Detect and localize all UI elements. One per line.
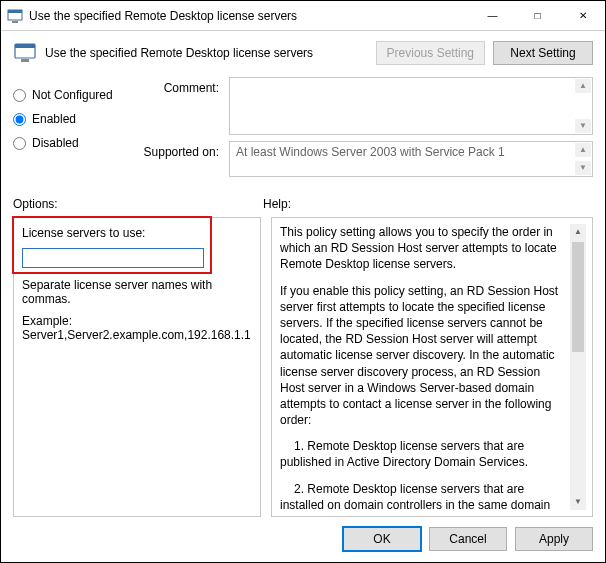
- ok-button[interactable]: OK: [343, 527, 421, 551]
- app-icon: [7, 8, 23, 24]
- radio-disabled-label: Disabled: [32, 136, 79, 150]
- license-servers-label: License servers to use:: [22, 226, 252, 240]
- help-p2: If you enable this policy setting, an RD…: [280, 283, 566, 429]
- license-servers-hint: Separate license server names with comma…: [22, 278, 252, 306]
- cancel-button[interactable]: Cancel: [429, 527, 507, 551]
- license-servers-example: Example: Server1,Server2.example.com,192…: [22, 314, 252, 342]
- window-title: Use the specified Remote Desktop license…: [29, 9, 470, 23]
- radio-disabled-input[interactable]: [13, 137, 26, 150]
- help-scrollbar[interactable]: ▲ ▼: [570, 224, 586, 510]
- help-p3: 1. Remote Desktop license servers that a…: [280, 438, 566, 470]
- help-header: Help:: [263, 197, 593, 211]
- radio-enabled-label: Enabled: [32, 112, 76, 126]
- policy-header: Use the specified Remote Desktop license…: [1, 31, 605, 73]
- supported-on-value: At least Windows Server 2003 with Servic…: [236, 145, 505, 159]
- svg-rect-5: [21, 59, 29, 62]
- svg-rect-4: [15, 44, 35, 48]
- next-setting-button[interactable]: Next Setting: [493, 41, 593, 65]
- radio-disabled[interactable]: Disabled: [13, 131, 141, 155]
- svg-rect-1: [8, 10, 22, 13]
- comment-label: Comment:: [141, 77, 229, 135]
- previous-setting-button: Previous Setting: [376, 41, 485, 65]
- maximize-button[interactable]: □: [515, 1, 560, 30]
- comment-textarea[interactable]: ▲▼: [229, 77, 593, 135]
- help-text: This policy setting allows you to specif…: [280, 224, 566, 510]
- minimize-button[interactable]: —: [470, 1, 515, 30]
- radio-not-configured[interactable]: Not Configured: [13, 83, 141, 107]
- dialog-footer: OK Cancel Apply: [1, 517, 605, 561]
- policy-icon: [13, 41, 37, 65]
- supported-on-box: At least Windows Server 2003 with Servic…: [229, 141, 593, 177]
- svg-rect-2: [12, 21, 18, 23]
- radio-enabled-input[interactable]: [13, 113, 26, 126]
- scroll-down-icon[interactable]: ▼: [570, 494, 586, 510]
- comment-scroll[interactable]: ▲▼: [575, 79, 591, 133]
- help-pane: This policy setting allows you to specif…: [271, 217, 593, 517]
- state-radio-group: Not Configured Enabled Disabled: [13, 77, 141, 183]
- radio-not-configured-label: Not Configured: [32, 88, 113, 102]
- radio-not-configured-input[interactable]: [13, 89, 26, 102]
- supported-on-label: Supported on:: [141, 141, 229, 177]
- license-servers-input[interactable]: [22, 248, 204, 268]
- options-header: Options:: [13, 197, 263, 211]
- scroll-up-icon[interactable]: ▲: [570, 224, 586, 240]
- help-p4: 2. Remote Desktop license servers that a…: [280, 481, 566, 510]
- supported-scroll[interactable]: ▲▼: [575, 143, 591, 175]
- policy-title: Use the specified Remote Desktop license…: [45, 46, 368, 60]
- close-button[interactable]: ✕: [560, 1, 605, 30]
- options-pane: License servers to use: Separate license…: [13, 217, 261, 517]
- scroll-thumb[interactable]: [572, 242, 584, 352]
- titlebar: Use the specified Remote Desktop license…: [1, 1, 605, 31]
- radio-enabled[interactable]: Enabled: [13, 107, 141, 131]
- apply-button[interactable]: Apply: [515, 527, 593, 551]
- help-p1: This policy setting allows you to specif…: [280, 224, 566, 273]
